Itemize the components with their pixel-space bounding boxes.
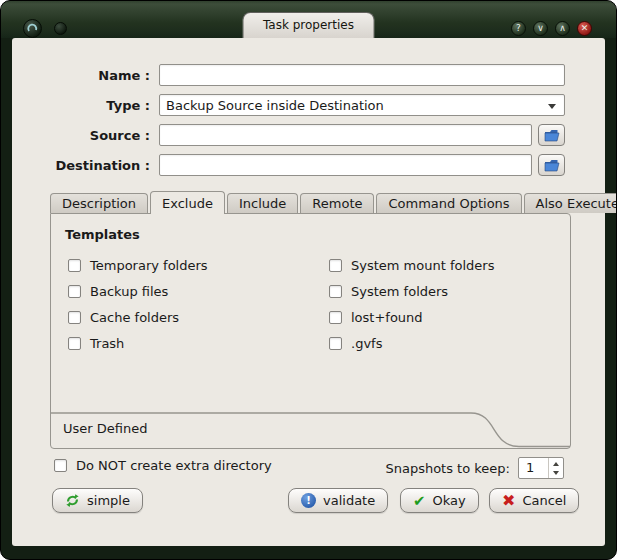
simple-button[interactable]: simple <box>52 488 143 513</box>
checkbox-label: Trash <box>90 336 124 351</box>
tab-remote[interactable]: Remote <box>300 193 374 213</box>
tab-description[interactable]: Description <box>50 193 148 213</box>
tab-bar: Description Exclude Include Remote Comma… <box>50 191 571 213</box>
user-defined-tab[interactable]: User Defined <box>51 412 570 448</box>
templates-checkbox-grid: Temporary folders System mount folders B… <box>68 258 570 351</box>
name-row: Name : <box>20 64 565 86</box>
snapshots-spinbox[interactable]: 1 <box>518 457 564 479</box>
spin-buttons <box>548 458 563 478</box>
checkbox-system-folders[interactable]: System folders <box>329 284 570 299</box>
browse-folder-icon <box>544 129 560 142</box>
simple-button-label: simple <box>87 493 130 508</box>
checkbox-label: System mount folders <box>351 258 494 273</box>
chevron-down-icon <box>548 104 556 113</box>
refresh-arrows-icon <box>65 493 80 508</box>
type-label: Type : <box>20 98 150 113</box>
checkbox-label: lost+found <box>351 310 423 325</box>
titlebar[interactable]: Task properties ? ∨ ∧ ✕ <box>1 1 616 38</box>
checkbox-box[interactable] <box>68 259 81 272</box>
checkbox-label: Backup files <box>90 284 168 299</box>
okay-button[interactable]: ✔ Okay <box>400 488 479 513</box>
source-label: Source : <box>20 128 150 143</box>
destination-input[interactable] <box>159 154 532 176</box>
source-row: Source : <box>20 124 565 146</box>
checkbox-box[interactable] <box>329 337 342 350</box>
name-input[interactable] <box>159 64 565 86</box>
destination-browse-button[interactable] <box>538 154 565 176</box>
destination-row: Destination : <box>20 154 565 176</box>
browse-folder-icon <box>544 159 560 172</box>
cross-icon: ✖ <box>502 491 515 510</box>
checkbox-label: System folders <box>351 284 448 299</box>
snapshots-label: Snapshots to keep: <box>385 461 510 476</box>
type-row: Type : Backup Source inside Destination <box>20 94 565 116</box>
source-browse-button[interactable] <box>538 124 565 146</box>
checkbox-gvfs[interactable]: .gvfs <box>329 336 570 351</box>
checkbox-trash[interactable]: Trash <box>68 336 329 351</box>
shade-button[interactable]: ∨ <box>533 21 548 36</box>
checkbox-box[interactable] <box>68 285 81 298</box>
okay-button-label: Okay <box>433 493 466 508</box>
close-button[interactable]: ✕ <box>577 21 592 36</box>
type-selected-value: Backup Source inside Destination <box>166 98 384 113</box>
name-label: Name : <box>20 68 150 83</box>
checkbox-label: Cache folders <box>90 310 179 325</box>
spin-down-icon[interactable] <box>549 468 563 478</box>
dialog-body: Name : Type : Backup Source inside Desti… <box>12 38 605 546</box>
exclude-panel: Templates Temporary folders System mount… <box>50 213 571 449</box>
snapshots-control: Snapshots to keep: 1 <box>385 457 564 479</box>
checkbox-box[interactable] <box>329 285 342 298</box>
validate-button[interactable]: ! validate <box>288 488 388 513</box>
window-title: Task properties <box>242 12 375 38</box>
check-icon: ✔ <box>413 492 426 510</box>
task-form: Name : Type : Backup Source inside Desti… <box>20 64 565 184</box>
checkbox-box[interactable] <box>54 459 67 472</box>
snapshots-value[interactable]: 1 <box>519 458 548 478</box>
cancel-button-label: Cancel <box>522 493 566 508</box>
source-input[interactable] <box>159 124 532 146</box>
spin-up-icon[interactable] <box>549 458 563 468</box>
user-defined-label: User Defined <box>63 421 147 436</box>
checkbox-no-extra-directory[interactable]: Do NOT create extra directory <box>54 458 272 473</box>
destination-label: Destination : <box>20 158 150 173</box>
checkbox-label: Do NOT create extra directory <box>76 458 272 473</box>
checkbox-box[interactable] <box>329 259 342 272</box>
window-menu-icon[interactable] <box>54 22 67 35</box>
cancel-button[interactable]: ✖ Cancel <box>489 488 579 513</box>
app-icon[interactable] <box>23 19 42 38</box>
checkbox-backup-files[interactable]: Backup files <box>68 284 329 299</box>
tab-exclude[interactable]: Exclude <box>150 191 225 214</box>
checkbox-label: .gvfs <box>351 336 382 351</box>
tab-include[interactable]: Include <box>227 193 298 213</box>
maximize-button[interactable]: ∧ <box>555 21 570 36</box>
tab-also-execute[interactable]: Also Execute <box>524 193 617 213</box>
checkbox-lost-found[interactable]: lost+found <box>329 310 570 325</box>
type-select[interactable]: Backup Source inside Destination <box>159 94 565 116</box>
help-button[interactable]: ? <box>511 21 526 36</box>
checkbox-box[interactable] <box>329 311 342 324</box>
checkbox-box[interactable] <box>68 337 81 350</box>
checkbox-cache-folders[interactable]: Cache folders <box>68 310 329 325</box>
tab-command-options[interactable]: Command Options <box>376 193 521 213</box>
tabs-area: Description Exclude Include Remote Comma… <box>50 191 571 449</box>
checkbox-system-mount-folders[interactable]: System mount folders <box>329 258 570 273</box>
checkbox-box[interactable] <box>68 311 81 324</box>
info-icon: ! <box>301 493 316 508</box>
checkbox-temporary-folders[interactable]: Temporary folders <box>68 258 329 273</box>
checkbox-label: Temporary folders <box>90 258 208 273</box>
templates-heading: Templates <box>51 214 570 242</box>
validate-button-label: validate <box>323 493 375 508</box>
app-swirl-icon <box>26 22 39 35</box>
task-properties-window: Task properties ? ∨ ∧ ✕ Name : Type : Ba… <box>0 0 617 560</box>
